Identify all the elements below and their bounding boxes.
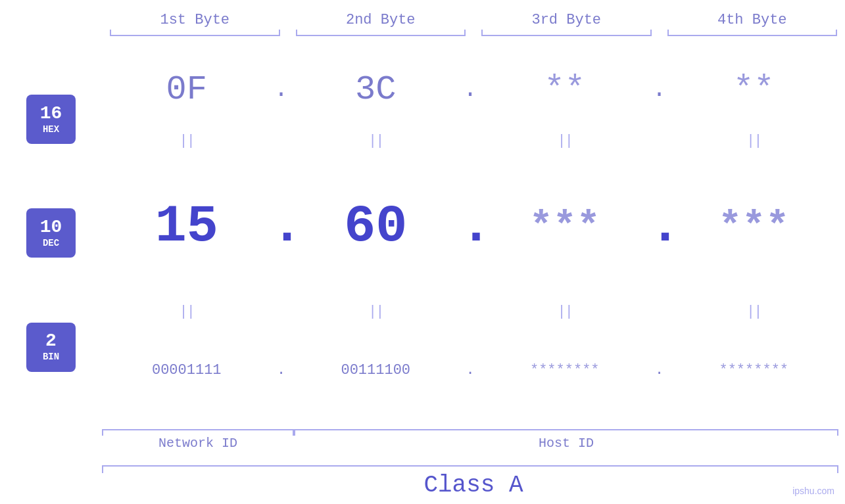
bottom-brackets — [102, 417, 838, 430]
bin-badge-label: BIN — [43, 352, 59, 362]
class-bracket-row — [0, 456, 845, 467]
eq-col-6: || — [291, 305, 461, 319]
byte3-header: 3rd Byte — [473, 12, 660, 28]
hex-byte4: ** — [733, 70, 774, 109]
dec-byte3: *** — [529, 204, 600, 249]
eq-sym-5: || — [180, 305, 194, 319]
bin-byte3: ******** — [530, 362, 600, 378]
hex-sep1: . — [272, 76, 291, 103]
content-area: 16 HEX 10 DEC 2 BIN 0F . 3C — [0, 49, 845, 417]
eq-col-5: || — [102, 305, 272, 319]
dec-row: 15 . 60 . *** . *** — [102, 153, 838, 300]
eq-row-2: || || || || — [102, 300, 838, 324]
dec-byte2: 60 — [344, 196, 407, 256]
dec-byte4-col: *** — [669, 204, 839, 249]
bin-byte4-col: ******** — [669, 362, 839, 378]
bracket-1 — [110, 28, 280, 43]
host-bracket-line — [294, 429, 838, 430]
eq-col-3: || — [480, 134, 650, 149]
bin-badge: 2 BIN — [26, 323, 76, 372]
bracket-2 — [296, 28, 466, 43]
bin-byte1: 00001111 — [152, 362, 222, 378]
badges-column: 16 HEX 10 DEC 2 BIN — [0, 49, 102, 417]
class-label: Class A — [0, 469, 845, 504]
hex-byte2: 3C — [355, 70, 396, 109]
hex-sep3: . — [650, 76, 669, 103]
bottom-area: Network ID Host ID — [0, 417, 845, 456]
hex-byte3: ** — [544, 70, 585, 109]
network-bracket-line — [102, 429, 294, 430]
bin-byte1-col: 00001111 — [102, 362, 272, 378]
hex-byte1: 0F — [166, 70, 207, 109]
dec-byte2-col: 60 — [291, 196, 461, 256]
dec-byte1-col: 15 — [102, 196, 272, 256]
dec-badge-num: 10 — [40, 218, 62, 237]
bracket-3 — [481, 28, 652, 43]
bin-byte3-col: ******** — [480, 362, 650, 378]
bin-sep1: . — [272, 362, 291, 378]
hex-sep2: . — [460, 76, 480, 103]
eq-sym-2: || — [368, 134, 383, 149]
byte-headers: 1st Byte 2nd Byte 3rd Byte 4th Byte — [0, 0, 845, 28]
top-brackets — [0, 28, 845, 43]
eq-col-2: || — [291, 134, 461, 149]
dec-byte3-col: *** — [480, 204, 650, 249]
eq-col-7: || — [480, 305, 650, 319]
hex-byte1-col: 0F — [102, 70, 272, 109]
network-bracket — [102, 417, 294, 430]
eq-sym-4: || — [746, 134, 761, 149]
dec-sep1: . — [272, 196, 291, 256]
byte4-header: 4th Byte — [660, 12, 846, 28]
dec-sep3: . — [650, 196, 669, 256]
eq-sym-6: || — [368, 305, 383, 319]
bin-row: 00001111 . 00111100 . ******** . *******… — [102, 324, 838, 417]
byte1-header: 1st Byte — [102, 12, 288, 28]
watermark: ipshu.com — [792, 486, 834, 496]
eq-col-4: || — [669, 134, 839, 149]
bin-byte4: ******** — [719, 362, 788, 378]
dec-badge-label: DEC — [43, 238, 59, 248]
bottom-labels: Network ID Host ID — [102, 433, 838, 451]
dec-byte4: *** — [718, 204, 789, 249]
data-columns: 0F . 3C . ** . ** || || — [102, 49, 845, 417]
hex-row: 0F . 3C . ** . ** — [102, 49, 838, 129]
eq-sym-3: || — [558, 134, 572, 149]
hex-badge-label: HEX — [43, 124, 59, 135]
byte2-header: 2nd Byte — [288, 12, 474, 28]
eq-sym-7: || — [558, 305, 572, 319]
eq-sym-1: || — [180, 134, 194, 149]
bracket-4 — [667, 28, 838, 43]
dec-sep2: . — [460, 196, 480, 256]
hex-byte2-col: 3C — [291, 70, 461, 109]
eq-sym-8: || — [746, 305, 761, 319]
hex-byte3-col: ** — [480, 70, 650, 109]
network-id-label: Network ID — [102, 433, 294, 451]
dec-byte1: 15 — [155, 196, 218, 256]
bin-badge-num: 2 — [45, 332, 57, 350]
bin-sep2: . — [460, 362, 480, 378]
bin-sep3: . — [650, 362, 669, 378]
hex-badge-num: 16 — [40, 104, 62, 123]
hex-byte4-col: ** — [669, 70, 839, 109]
main-container: 1st Byte 2nd Byte 3rd Byte 4th Byte 16 H… — [0, 0, 845, 504]
dec-badge: 10 DEC — [26, 208, 76, 258]
hex-badge: 16 HEX — [26, 95, 76, 144]
eq-row-1: || || || || — [102, 129, 838, 153]
eq-col-1: || — [102, 134, 272, 149]
eq-col-8: || — [669, 305, 839, 319]
class-bracket-line — [102, 465, 838, 467]
host-bracket — [294, 417, 838, 430]
host-id-label: Host ID — [294, 433, 838, 451]
bin-byte2-col: 00111100 — [291, 362, 461, 378]
bin-byte2: 00111100 — [341, 362, 410, 378]
